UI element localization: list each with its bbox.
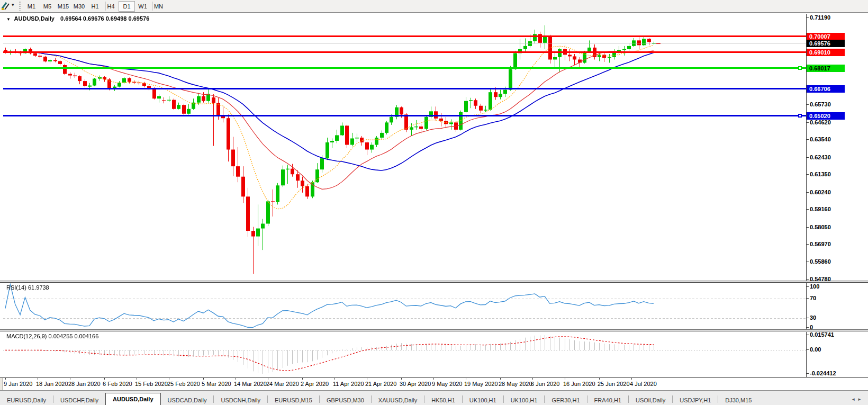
timeframe-button-mn[interactable]: MN: [150, 1, 167, 12]
price-tick-dash: [806, 104, 809, 105]
tab-scroll-right-icon[interactable]: ►: [857, 397, 864, 402]
macd-tick-label: -0.024412: [810, 370, 836, 376]
date-tick: [38, 377, 38, 380]
macd-axis-border: [806, 332, 807, 377]
price-tick-label: 0.71190: [810, 14, 830, 21]
rsi-axis-border: [806, 283, 807, 329]
resistance-line-0.70007[interactable]: [3, 35, 806, 37]
timeframe-button-w1[interactable]: W1: [134, 1, 151, 12]
timeframe-button-m1[interactable]: M1: [23, 1, 40, 12]
date-tick: [500, 377, 501, 380]
date-label: 15 Feb 2020: [135, 381, 168, 387]
timeframe-button-m30[interactable]: M30: [71, 1, 87, 12]
tab-uk100-h1[interactable]: UK100,H1: [463, 395, 503, 405]
date-label: 25 Jun 2020: [598, 381, 630, 387]
price-tag-support3: 0.65020: [807, 112, 845, 120]
date-label: 9 Jan 2020: [4, 381, 32, 387]
rsi-tick-dash: [806, 318, 809, 318]
price-tick-dash: [806, 139, 809, 140]
date-label: 4 Jul 2020: [630, 381, 657, 387]
tab-usoil-daily[interactable]: USOil,Daily: [629, 395, 672, 405]
date-tick: [268, 377, 268, 380]
date-tick: [104, 377, 105, 380]
top-toolbar: ▾ M1M5M15M30H1H4D1W1MN: [0, 0, 868, 13]
timeframe-button-m5[interactable]: M5: [39, 1, 56, 12]
tab-fra40-h1[interactable]: FRA40,H1: [587, 395, 628, 405]
tab-scroll-left-icon[interactable]: ◄: [851, 397, 857, 402]
chart-tab-bar: EURUSD,DailyUSDCHF,DailyAUDUSD,DailyUSDC…: [0, 390, 868, 405]
date-label: 19 May 2020: [464, 381, 498, 387]
support-line-0.65020-handle[interactable]: [798, 114, 802, 118]
price-tick-dash: [806, 262, 809, 262]
tab-xauusd-daily[interactable]: XAUUSD,Daily: [372, 395, 424, 405]
support-line-0.66706[interactable]: [3, 88, 806, 89]
tab-eurusd-m15[interactable]: EURUSD,M15: [268, 395, 319, 405]
tab-usdcnh-daily[interactable]: USDCNH,Daily: [214, 395, 267, 405]
chart-title: ▼ AUDUSD,Daily 0.69564 0.69676 0.69498 0…: [6, 15, 149, 22]
price-tick-label: 0.56970: [810, 241, 831, 247]
tab-usdchf-daily[interactable]: USDCHF,Daily: [53, 395, 105, 405]
rsi-panel: [0, 282, 868, 330]
price-tick-label: 0.62430: [810, 154, 831, 160]
resistance-line-0.69010[interactable]: [3, 51, 806, 53]
rsi-chart[interactable]: [3, 283, 806, 329]
price-tick-label: 0.65730: [810, 101, 831, 107]
price-tick-label: 0.59160: [810, 206, 831, 212]
date-tick: [203, 377, 204, 380]
date-label: 9 May 2020: [432, 381, 462, 387]
date-tick: [137, 377, 137, 380]
date-tick: [599, 377, 600, 380]
price-tick-dash: [806, 227, 809, 228]
crosshair-tool-icon[interactable]: [1, 1, 11, 11]
date-label: 30 Apr 2020: [400, 381, 431, 387]
timeframe-button-h4[interactable]: H4: [103, 1, 119, 12]
price-tag-support2: 0.66706: [807, 85, 845, 93]
timeframe-button-d1[interactable]: D1: [119, 1, 135, 12]
chart-symbol-label: AUDUSD,Daily: [14, 15, 55, 22]
chart-ohlc-values: 0.69564 0.69676 0.69498 0.69576: [60, 15, 149, 22]
price-tick-dash: [806, 209, 809, 210]
price-tick-label: 0.58050: [810, 224, 831, 230]
rsi-label: RSI(14) 61.9738: [6, 284, 49, 291]
rsi-tick-dash: [806, 327, 809, 328]
tab-hk50-h1[interactable]: HK50,H1: [424, 395, 462, 405]
timeframe-button-h1[interactable]: H1: [87, 1, 103, 12]
date-tick: [169, 377, 169, 380]
price-tick-dash: [806, 17, 809, 18]
date-tick: [401, 377, 402, 380]
macd-chart[interactable]: [3, 332, 806, 377]
date-label: 16 Jun 2020: [563, 381, 595, 387]
support-line-0.68017[interactable]: [3, 67, 806, 69]
tab-ger30-h1[interactable]: GER30,H1: [545, 395, 586, 405]
toolbar-grip[interactable]: [19, 2, 21, 11]
price-tick-label: 0.64620: [810, 119, 831, 125]
price-tag-resistance2: 0.69010: [807, 49, 845, 56]
window-menu-icon[interactable]: ▼: [6, 17, 11, 22]
tab-dj30-m15[interactable]: DJ30,M15: [718, 395, 758, 405]
price-tick-dash: [806, 174, 809, 175]
timeframe-button-m15[interactable]: M15: [55, 1, 71, 12]
macd-tick-label: 0.00: [810, 346, 821, 353]
price-tick-label: 0.63540: [810, 136, 831, 142]
price-tick-dash: [806, 244, 809, 245]
macd-panel: [0, 331, 868, 378]
price-tick-dash: [806, 122, 809, 123]
support-line-0.65020[interactable]: [3, 115, 806, 116]
tab-usdcad-daily[interactable]: USDCAD,Daily: [161, 395, 214, 405]
support-line-0.68017-handle[interactable]: [798, 66, 802, 70]
rsi-tick-dash: [806, 286, 809, 287]
price-tag-resistance: 0.70007: [807, 33, 845, 40]
date-tick: [236, 377, 236, 380]
tab-eurusd-daily[interactable]: EURUSD,Daily: [0, 395, 53, 405]
tab-gbpusd-m30[interactable]: GBPUSD,M30: [320, 395, 371, 405]
date-tick: [532, 377, 533, 380]
price-tick-label: 0.60240: [810, 189, 831, 195]
candlestick-chart[interactable]: [3, 14, 806, 280]
date-label: 21 Apr 2020: [365, 381, 396, 387]
toolbar-dropdown-icon[interactable]: ▾: [12, 2, 14, 7]
tab-uk100-h1[interactable]: UK100,H1: [504, 395, 545, 405]
tab-usdjpy-h1[interactable]: USDJPY,H1: [673, 395, 718, 405]
tab-audusd-daily[interactable]: AUDUSD,Daily: [105, 393, 160, 405]
date-label: 18 Jan 2020: [36, 381, 68, 387]
bid-price-line[interactable]: [3, 43, 806, 43]
